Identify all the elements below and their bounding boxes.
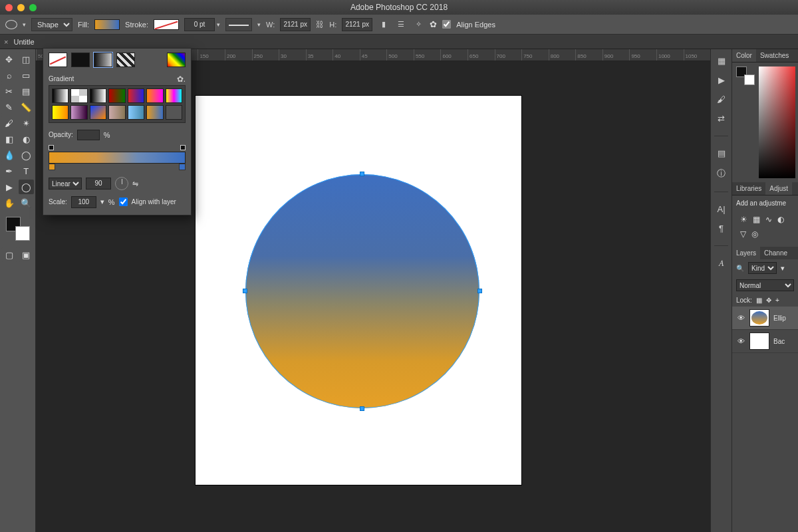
shape-mode-select[interactable]: Shape xyxy=(31,18,72,31)
gradient-preset[interactable] xyxy=(146,105,163,120)
gradient-preset[interactable] xyxy=(166,88,182,103)
quickmask-toggle[interactable]: ▢ xyxy=(1,247,17,262)
opacity-stop[interactable] xyxy=(49,145,54,150)
minimize-window-icon[interactable] xyxy=(17,4,25,11)
dodge-tool[interactable]: ◯ xyxy=(19,148,35,162)
tab-color[interactable]: Color xyxy=(732,49,756,62)
scale-input[interactable]: 100 xyxy=(71,196,96,208)
tab-adjustments[interactable]: Adjust xyxy=(765,182,792,195)
width-input[interactable]: 2121 px xyxy=(280,18,311,31)
gear-icon[interactable]: ✿ xyxy=(430,19,437,29)
ellipse-tool-icon[interactable] xyxy=(5,20,17,29)
close-tab-icon[interactable]: × xyxy=(4,38,8,46)
selection-handle-n[interactable] xyxy=(360,172,364,176)
chevron-down-icon[interactable]: ▾ xyxy=(781,264,785,273)
info-panel-icon[interactable]: ⓘ xyxy=(715,168,728,180)
layer-row-background[interactable]: 👁 Bac xyxy=(732,330,798,353)
gradient-preset[interactable] xyxy=(146,88,163,103)
hue-icon[interactable]: ◎ xyxy=(751,229,758,239)
levels-icon[interactable]: ▦ xyxy=(753,215,760,224)
selection-handle-s[interactable] xyxy=(360,406,364,411)
document-canvas[interactable] xyxy=(196,96,521,485)
stroke-swatch[interactable] xyxy=(154,19,179,30)
layer-name[interactable]: Ellip xyxy=(773,315,786,322)
stroke-size-input[interactable]: 0 pt xyxy=(184,18,215,31)
angle-input[interactable]: 90 xyxy=(86,178,111,190)
layer-row-ellipse[interactable]: 👁 Ellip xyxy=(732,307,798,330)
tab-layers[interactable]: Layers xyxy=(732,247,760,259)
tab-libraries[interactable]: Libraries xyxy=(732,182,765,195)
maximize-window-icon[interactable] xyxy=(29,4,37,11)
chevron-down-icon[interactable]: ▾ xyxy=(217,21,220,28)
eraser-tool[interactable]: ◧ xyxy=(1,132,17,146)
gear-icon[interactable]: ✿. xyxy=(177,74,186,84)
play-panel-icon[interactable]: ▶ xyxy=(715,75,728,85)
grid-panel-icon[interactable]: ▤ xyxy=(715,148,728,158)
eyedropper-tool[interactable]: ✎ xyxy=(1,100,17,114)
chevron-down-icon[interactable]: ▾ xyxy=(100,198,104,206)
gradient-preset[interactable] xyxy=(70,88,87,103)
pen-tool[interactable]: ✒ xyxy=(1,164,17,178)
crop-tool[interactable]: ✂ xyxy=(1,84,17,98)
brush-tool[interactable]: 🖌 xyxy=(1,116,17,130)
hand-tool[interactable]: ✋ xyxy=(1,196,17,210)
close-window-icon[interactable] xyxy=(5,4,13,11)
stroke-style-select[interactable] xyxy=(225,18,252,31)
zoom-tool[interactable]: 🔍 xyxy=(19,196,35,210)
gradient-preset[interactable] xyxy=(108,88,125,103)
gradient-type-select[interactable]: Linear xyxy=(49,178,82,190)
selection-handle-w[interactable] xyxy=(243,289,247,293)
path-ops-icon[interactable]: ✧ xyxy=(412,19,424,31)
gradient-preset[interactable] xyxy=(52,88,68,103)
fill-swatch[interactable] xyxy=(94,19,120,30)
gradient-preset[interactable] xyxy=(90,105,106,120)
height-input[interactable]: 2121 px xyxy=(342,18,372,31)
marquee-tool[interactable]: ▭ xyxy=(19,68,35,82)
link-wh-icon[interactable]: ⛓ xyxy=(316,20,324,29)
color-picker-icon[interactable] xyxy=(167,53,186,67)
¶-panel-icon[interactable]: ¶ xyxy=(715,223,728,233)
fill-type-none[interactable] xyxy=(49,53,67,67)
document-tab[interactable]: Untitle xyxy=(13,38,34,46)
selection-handle-e[interactable] xyxy=(477,289,482,293)
A|-panel-icon[interactable]: A| xyxy=(715,204,728,214)
gradient-preset[interactable] xyxy=(70,105,87,120)
tab-swatches[interactable]: Swatches xyxy=(756,49,793,62)
vibrance-icon[interactable]: ▽ xyxy=(740,229,746,239)
fill-type-pattern[interactable] xyxy=(116,53,135,67)
lock-pixels-icon[interactable]: ▦ xyxy=(756,297,762,304)
path-select-tool[interactable]: ▶ xyxy=(1,180,17,194)
gradient-tool[interactable]: ◐ xyxy=(19,132,35,146)
color-panel[interactable] xyxy=(732,63,798,182)
path-arrange-icon[interactable]: ☰ xyxy=(395,19,407,31)
𝐴-panel-icon[interactable]: 𝐴 xyxy=(715,258,728,269)
visibility-icon[interactable]: 👁 xyxy=(736,314,745,322)
shape-tool[interactable]: ◯ xyxy=(19,180,35,194)
exposure-icon[interactable]: ◐ xyxy=(777,215,784,224)
ruler-tool[interactable]: 📏 xyxy=(19,100,35,114)
swap-panel-icon[interactable]: ⇄ xyxy=(715,114,728,124)
fill-type-solid[interactable] xyxy=(71,53,90,67)
gradient-preset[interactable] xyxy=(90,88,106,103)
fg-bg-swatch[interactable] xyxy=(5,215,31,242)
gradient-preset[interactable] xyxy=(166,105,182,120)
align-with-layer-checkbox[interactable] xyxy=(119,198,128,206)
slice-tool[interactable]: ▤ xyxy=(19,84,35,98)
lock-all-icon[interactable]: + xyxy=(775,297,779,304)
chevron-down-icon[interactable]: ▾ xyxy=(257,21,261,28)
angle-wheel[interactable] xyxy=(115,177,128,190)
artboard-tool[interactable]: ◫ xyxy=(19,52,35,66)
gradient-preset[interactable] xyxy=(128,88,144,103)
blend-mode-select[interactable]: Normal xyxy=(736,279,794,291)
gradient-bar[interactable] xyxy=(49,152,186,164)
color-field[interactable] xyxy=(759,66,795,178)
lock-position-icon[interactable]: ✥ xyxy=(766,297,771,304)
histogram-panel-icon[interactable]: ▦ xyxy=(715,56,728,66)
align-edges-checkbox[interactable] xyxy=(442,20,451,29)
layer-kind-select[interactable]: Kind xyxy=(748,262,777,274)
gradient-preset[interactable] xyxy=(128,105,144,120)
curves-icon[interactable]: ∿ xyxy=(765,215,772,224)
opacity-input[interactable] xyxy=(77,130,100,140)
color-fgbg-swatch[interactable] xyxy=(736,66,755,85)
brightness-icon[interactable]: ☀ xyxy=(740,215,747,224)
